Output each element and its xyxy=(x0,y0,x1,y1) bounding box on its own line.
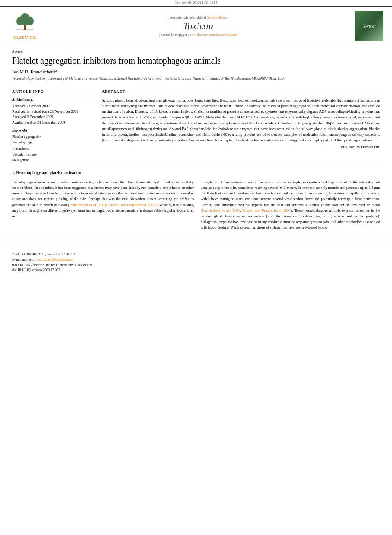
footnote-contact: * Tel.: +1 301 402 2748; fax: +1 301 480… xyxy=(12,252,380,257)
section1-left-text: Hematophagous animals have evolved vario… xyxy=(12,179,194,219)
contents-available-text: Contents lists available at ScienceDirec… xyxy=(41,15,355,19)
journal-header-center: Contents lists available at ScienceDirec… xyxy=(41,15,355,37)
keyword-thrombosis: Thrombosis xyxy=(12,146,94,152)
section1-right-text: through direct cannulation of venules or… xyxy=(201,179,380,231)
history-label: Article history: xyxy=(12,98,94,102)
author-name: Ivo M.B. Francischetti* xyxy=(12,69,380,74)
journal-thumbnail: Toxicon xyxy=(355,11,383,41)
review-label: Review xyxy=(12,49,380,54)
citation-text: Toxicon 56 (2010) 1130–1144 xyxy=(175,1,217,5)
svg-point-4 xyxy=(27,17,34,25)
footer-issn: 0041-0101/$ – see front matter Published… xyxy=(12,263,380,267)
ref-francischetti-2009-right[interactable]: Francischetti et al., 2009 xyxy=(202,208,240,213)
keyword-vascular: Vascular biology xyxy=(12,152,94,158)
elsevier-logo: ELSEVIER xyxy=(9,10,41,42)
keyword-platelet: Platelet aggregation xyxy=(12,134,94,140)
abstract-column: Abstract Salivary glands from blood-suck… xyxy=(102,89,380,163)
elsevier-text: ELSEVIER xyxy=(13,35,37,40)
article-info-column: Article Info Article history: Received 7… xyxy=(12,89,94,163)
revised-date: Received in revised form 23 November 200… xyxy=(12,109,94,115)
ref-ribeiro-right[interactable]: Ribeiro and Francischetti, 2003 xyxy=(242,208,290,213)
elsevier-tree-icon xyxy=(12,12,38,35)
section1-col-right: through direct cannulation of venules or… xyxy=(201,179,380,233)
footnote-email-link[interactable]: ifrancischetti@niaid.nih.gov xyxy=(35,258,74,261)
article-history: Received 7 October 2009 Received in revi… xyxy=(12,103,94,125)
abstract-text: Salivary glands from blood-sucking anima… xyxy=(102,98,380,143)
journal-title: Toxicon xyxy=(41,20,355,32)
divider-1 xyxy=(12,86,380,86)
page: Toxicon 56 (2010) 1130–1144 ELSEVIER Con… xyxy=(0,0,392,535)
available-date: Available online 24 December 2009 xyxy=(12,120,94,125)
article-info-abstract: Article Info Article history: Received 7… xyxy=(12,89,380,163)
article-title: Platelet aggregation inhibitors from hem… xyxy=(12,55,380,66)
keywords-label: Keywords: xyxy=(12,129,94,133)
abstract-heading: Abstract xyxy=(102,89,380,95)
footer-doi: doi:10.1016/j.toxicon.2009.12.003 xyxy=(12,268,380,272)
footnote-star: * Tel.: +1 301 402 2748; fax: +1 301 480… xyxy=(12,252,78,256)
section1-title: 1. Hematophagy and platelet activation xyxy=(12,171,380,175)
journal-header: ELSEVIER Contents lists available at Sci… xyxy=(0,6,392,45)
homepage-url[interactable]: www.elsevier.com/locate/toxicon xyxy=(188,32,237,37)
footer: * Tel.: +1 301 402 2748; fax: +1 301 480… xyxy=(0,242,392,274)
affiliation: Vector Biology Section, Laboratory of Ma… xyxy=(12,76,380,81)
divider-2 xyxy=(12,167,380,167)
footer-divider xyxy=(12,248,380,248)
journal-thumb-text: Toxicon xyxy=(362,23,376,29)
footnote-email: E-mail address: ifrancischetti@niaid.nih… xyxy=(12,257,380,262)
section1-col-left: Hematophagous animals have evolved vario… xyxy=(12,179,194,233)
accepted-date: Accepted 2 December 2009 xyxy=(12,114,94,120)
journal-homepage: journal homepage: www.elsevier.com/locat… xyxy=(41,32,355,37)
article-body: Review Platelet aggregation inhibitors f… xyxy=(0,45,392,237)
svg-point-3 xyxy=(16,17,23,25)
citation-line: Toxicon 56 (2010) 1130–1144 xyxy=(0,0,392,6)
ref-ribeiro-left[interactable]: Ribeiro and Francischetti, 2003 xyxy=(108,203,156,207)
section1-body: Hematophagous animals have evolved vario… xyxy=(12,179,380,233)
ref-francischetti-2009-left[interactable]: Francischetti et al., 2009 xyxy=(69,203,106,207)
received-date: Received 7 October 2009 xyxy=(12,103,94,109)
article-info-heading: Article Info xyxy=(12,89,94,95)
published-by: Published by Elsevier Ltd. xyxy=(102,145,380,149)
keyword-sialogenins: Sialogenins xyxy=(12,157,94,163)
sciencedirect-link[interactable]: ScienceDirect xyxy=(207,15,228,19)
keyword-hematophagy: Hematophagy xyxy=(12,140,94,146)
